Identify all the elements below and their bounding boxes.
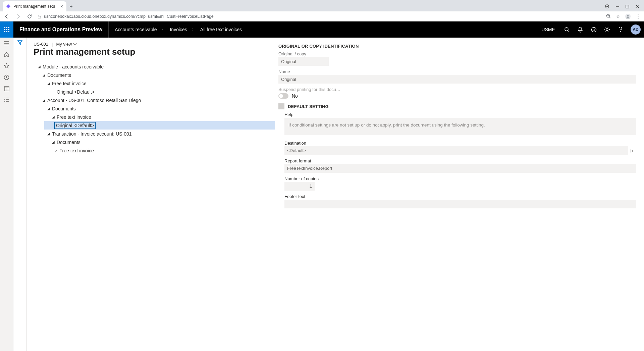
- svg-line-8: [609, 17, 611, 18]
- svg-line-14: [568, 31, 569, 32]
- tree-label-selected: Original <Default>: [54, 122, 96, 129]
- collapse-icon[interactable]: ◢: [37, 65, 42, 68]
- default-checkbox[interactable]: [278, 103, 284, 109]
- star-icon[interactable]: [4, 63, 9, 68]
- company-label[interactable]: USMF: [536, 27, 560, 32]
- tree-node-transaction[interactable]: ◢Transaction - Invoice account: US-001: [34, 130, 275, 138]
- tree-label: Free text invoice: [56, 114, 91, 120]
- modules-icon[interactable]: [4, 97, 9, 102]
- recent-icon[interactable]: [4, 74, 9, 80]
- name-input[interactable]: [278, 75, 636, 84]
- tree-label: Transaction - Invoice account: US-001: [51, 131, 132, 137]
- url-region[interactable]: usnconeboxax1aos.cloud.onebox.dynamics.c…: [38, 14, 601, 19]
- nav-reload-icon[interactable]: [26, 14, 33, 19]
- workspace-icon[interactable]: [4, 86, 9, 91]
- bell-icon[interactable]: [574, 21, 587, 38]
- app-launcher-button[interactable]: [0, 21, 13, 38]
- tree-node-documents[interactable]: ◢Documents: [34, 71, 275, 79]
- svg-point-15: [591, 27, 596, 32]
- filter-icon[interactable]: [17, 40, 22, 351]
- tree-node-selected[interactable]: Original <Default>: [44, 121, 275, 130]
- destination-input[interactable]: [284, 146, 628, 155]
- context-id: US-001: [34, 42, 48, 47]
- workspace: US-001 | My view Print management setup …: [0, 38, 644, 351]
- tree-view: ◢Module - accounts receivable ◢Documents…: [34, 62, 275, 155]
- suspend-toggle[interactable]: [278, 93, 288, 99]
- tree-node-documents2[interactable]: ◢Documents: [34, 104, 275, 113]
- context-row: US-001 | My view: [34, 42, 275, 47]
- nav-forward-icon: [15, 14, 21, 19]
- help-text: If conditional settings are not set up o…: [284, 118, 636, 135]
- home-icon[interactable]: [4, 52, 9, 57]
- bookmark-icon[interactable]: ☆: [616, 13, 620, 19]
- collapse-icon[interactable]: ◢: [51, 140, 56, 144]
- field-label: Footer text: [284, 194, 636, 199]
- tree-node-module[interactable]: ◢Module - accounts receivable: [34, 62, 275, 71]
- zoom-icon[interactable]: [606, 14, 611, 19]
- section-title-identification: ORIGINAL OR COPY IDENTIFICATION: [278, 44, 636, 49]
- chevron-right-icon: 〉: [161, 27, 165, 32]
- field-label: Report format: [284, 158, 636, 163]
- original-copy-input[interactable]: [278, 57, 329, 66]
- hamburger-icon[interactable]: [4, 41, 9, 46]
- help-icon[interactable]: [614, 21, 627, 38]
- expand-icon[interactable]: ▷: [54, 149, 58, 152]
- view-selector[interactable]: My view: [56, 42, 77, 47]
- breadcrumb-item[interactable]: Accounts receivable: [115, 27, 157, 32]
- breadcrumb-item[interactable]: Invoices: [170, 27, 187, 32]
- svg-line-23: [605, 28, 606, 28]
- window-minimize-icon[interactable]: [615, 4, 620, 8]
- chevron-right-icon: 〉: [192, 27, 196, 32]
- svg-point-1: [606, 6, 608, 7]
- browser-tab[interactable]: Print management setu ×: [3, 1, 66, 11]
- svg-rect-3: [626, 5, 629, 8]
- field-label: Name: [278, 69, 636, 74]
- report-format-input[interactable]: [284, 164, 636, 173]
- nav-back-icon[interactable]: [3, 14, 10, 19]
- tree-label: Module - accounts receivable: [42, 64, 104, 69]
- field-original-copy: Original / copy: [278, 51, 636, 66]
- collapse-icon[interactable]: ◢: [46, 82, 51, 85]
- collapse-icon[interactable]: ◢: [42, 73, 46, 77]
- svg-line-25: [605, 31, 606, 32]
- avatar[interactable]: AD: [631, 24, 641, 35]
- field-label: Suspend printing for this docu…: [278, 87, 636, 92]
- tree-label: Free text invoice: [51, 81, 87, 86]
- svg-point-27: [620, 31, 621, 32]
- tree-node-freetext2[interactable]: ◢Free text invoice: [34, 113, 275, 121]
- collapse-icon[interactable]: ◢: [46, 132, 51, 136]
- smiley-icon[interactable]: [587, 21, 600, 38]
- window-shield-icon[interactable]: [605, 4, 609, 9]
- tree-label: Original <Default>: [56, 89, 95, 95]
- copies-input[interactable]: [284, 182, 315, 191]
- tree-node-freetext3[interactable]: ▷Free text invoice: [34, 146, 275, 155]
- window-maximize-icon[interactable]: [626, 5, 629, 8]
- address-bar-right: ☆ ⋮: [606, 13, 641, 19]
- collapse-icon[interactable]: ◢: [51, 115, 56, 119]
- tree-node-freetext[interactable]: ◢Free text invoice: [34, 79, 275, 88]
- tree-node-original[interactable]: Original <Default>: [34, 88, 275, 96]
- window-close-icon[interactable]: [635, 4, 639, 8]
- tree-node-account[interactable]: ◢Account - US-001, Contoso Retail San Di…: [34, 96, 275, 104]
- new-tab-button[interactable]: +: [66, 2, 76, 11]
- collapse-icon[interactable]: ◢: [42, 98, 46, 102]
- search-icon[interactable]: [560, 21, 574, 38]
- gear-icon[interactable]: [600, 21, 614, 38]
- suspend-value: No: [292, 93, 298, 99]
- profile-icon[interactable]: [625, 13, 631, 19]
- field-destination: Destination ▷: [284, 141, 636, 155]
- breadcrumb-item[interactable]: All free text invoices: [200, 27, 242, 32]
- browser-menu-icon[interactable]: ⋮: [636, 13, 641, 19]
- default-setting-header: DEFAULT SETTING: [278, 103, 636, 109]
- footer-input[interactable]: [284, 200, 636, 208]
- collapse-icon[interactable]: ◢: [46, 107, 51, 110]
- tree-node-documents3[interactable]: ◢Documents: [34, 138, 275, 146]
- field-copies: Number of copies: [284, 176, 636, 191]
- tab-close-icon[interactable]: ×: [60, 4, 63, 9]
- tree-label: Account - US-001, Contoso Retail San Die…: [46, 98, 141, 103]
- destination-lookup-icon[interactable]: ▷: [628, 146, 636, 155]
- field-footer: Footer text: [284, 194, 636, 208]
- tab-title: Print management setu: [13, 4, 55, 9]
- breadcrumb: Accounts receivable 〉 Invoices 〉 All fre…: [109, 27, 248, 32]
- tab-strip: Print management setu × +: [0, 0, 644, 11]
